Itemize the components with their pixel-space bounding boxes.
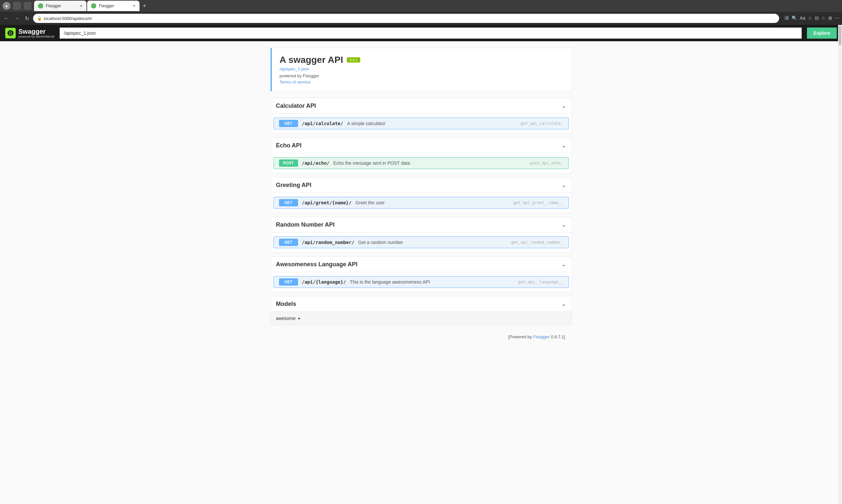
api-section-header-awesomeness[interactable]: Awesomeness Language API ⌄ <box>271 257 572 272</box>
endpoint-id-post_api_echo_: post_api_echo_ <box>530 161 563 165</box>
api-section-body-greeting: GET /api/greet/{name}/ Greet the user ge… <box>271 193 572 213</box>
api-section-header-random[interactable]: Random Number API ⌄ <box>271 217 572 233</box>
endpoint-desc-post_api_echo_: Echo the message sent in POST data <box>334 160 526 166</box>
endpoint-id-get_api_calculate_: get_api_calculate_ <box>520 121 563 126</box>
new-tab-button[interactable]: + <box>140 3 149 10</box>
method-badge-get_api_greet__name__: GET <box>279 199 298 206</box>
api-section-title-random: Random Number API <box>276 221 335 228</box>
chevron-icon-random: ⌄ <box>561 221 566 228</box>
swagger-logo-sub: powered by SMARTBEAR <box>18 35 54 38</box>
endpoint-desc-get_api_calculate_: A simple calculator <box>347 121 517 126</box>
tab-bar: ● Flasgger ✕ Flasgger ✕ + <box>0 0 842 12</box>
endpoint-row-get_api_random_number_[interactable]: GET /api/random_number/ Get a random num… <box>273 236 569 248</box>
api-section-title-echo: Echo API <box>276 142 302 149</box>
api-section-body-awesomeness: GET /api/{language}/ This is the languag… <box>271 272 572 292</box>
collections-icon[interactable]: ☆ <box>821 15 826 21</box>
models-body: awesome ► <box>271 312 572 325</box>
api-section-body-calculator: GET /api/calculate/ A simple calculator … <box>271 114 572 133</box>
back-button[interactable]: ← <box>3 14 11 23</box>
api-section-header-greeting[interactable]: Greeting API ⌄ <box>271 178 572 193</box>
footer-prefix: [Powered by <box>508 335 533 339</box>
api-section-header-echo[interactable]: Echo API ⌄ <box>271 138 572 153</box>
footer-suffix: 0.9.7.1] <box>550 335 565 339</box>
chevron-icon-greeting: ⌄ <box>561 181 566 188</box>
endpoint-row-get_api_calculate_[interactable]: GET /api/calculate/ A simple calculator … <box>273 118 569 129</box>
tab-icon <box>23 2 32 10</box>
api-sections-container: Calculator API ⌄ GET /api/calculate/ A s… <box>270 98 572 292</box>
tab-favicon-2 <box>91 3 96 8</box>
search-icon[interactable]: 🔍 <box>792 15 797 21</box>
address-bar-row: ← → ↻ 🔒 localhost:5000/apidocs/#/ 译 🔍 Aa… <box>0 12 842 25</box>
svg-text:{}: {} <box>9 31 12 35</box>
api-spec-link[interactable]: /apispec_1.json <box>280 67 563 71</box>
api-section-body-random: GET /api/random_number/ Get a random num… <box>271 233 572 252</box>
model-item-awesome[interactable]: awesome ► <box>276 316 566 321</box>
method-badge-get_api__language__: GET <box>279 278 298 286</box>
scroll-thumb[interactable] <box>839 25 841 45</box>
settings-icon[interactable]: ⋯ <box>835 15 839 21</box>
models-section-header[interactable]: Models ⌄ <box>271 296 572 312</box>
reload-button[interactable]: ↻ <box>23 14 31 23</box>
swagger-logo-text: Swagger <box>18 28 46 35</box>
endpoint-id-get_api_random_number_: get_api_random_number_ <box>511 240 563 245</box>
tab-label-2: Flasgger <box>99 4 114 8</box>
endpoint-row-post_api_echo_[interactable]: POST /api/echo/ Echo the message sent in… <box>273 157 569 169</box>
method-badge-get_api_random_number_: GET <box>279 239 298 246</box>
browser-toolbar-icons: 译 🔍 Aa ☆ ⊟ ☆ ⊞ ⋯ <box>784 15 839 21</box>
swagger-header: {} Swagger powered by SMARTBEAR Explore <box>0 25 842 41</box>
endpoint-path-get_api_calculate_: /api/calculate/ <box>302 121 343 126</box>
endpoint-row-get_api_greet__name__[interactable]: GET /api/greet/{name}/ Greet the user ge… <box>273 197 569 209</box>
models-section: Models ⌄ awesome ► <box>270 296 572 325</box>
api-title: A swagger API 0.0.1 <box>280 55 563 65</box>
endpoint-row-get_api__language__[interactable]: GET /api/{language}/ This is the languag… <box>273 276 569 288</box>
api-section-title-calculator: Calculator API <box>276 103 316 109</box>
swagger-logo: {} Swagger powered by SMARTBEAR <box>5 28 54 38</box>
endpoint-path-post_api_echo_: /api/echo/ <box>302 160 329 166</box>
models-chevron-icon: ⌄ <box>561 300 566 307</box>
translate-icon[interactable]: 译 <box>784 15 789 21</box>
api-section-echo: Echo API ⌄ POST /api/echo/ Echo the mess… <box>270 138 572 173</box>
endpoint-desc-get_api_random_number_: Get a random number <box>358 240 507 245</box>
swagger-logo-icon: {} <box>5 28 16 38</box>
profile-icon: ● <box>3 2 11 10</box>
chevron-icon-calculator: ⌄ <box>561 102 566 109</box>
address-bar[interactable]: 🔒 localhost:5000/apidocs/#/ <box>33 14 779 23</box>
api-section-awesomeness: Awesomeness Language API ⌄ GET /api/{lan… <box>270 256 572 292</box>
endpoint-id-get_api_greet__name__: get_api_greet__name__ <box>514 200 563 205</box>
split-icon[interactable]: ⊟ <box>815 15 819 21</box>
models-title: Models <box>276 301 297 307</box>
endpoint-id-get_api__language__: get_api__language__ <box>518 280 563 284</box>
extensions-icon[interactable]: ⊞ <box>828 15 832 21</box>
browser-chrome: ● Flasgger ✕ Flasgger ✕ + ← → ↻ 🔒 localh… <box>0 0 842 25</box>
swagger-explore-button[interactable]: Explore <box>807 28 837 39</box>
api-powered-by: powered by Flasgger <box>280 73 563 78</box>
endpoint-path-get_api_random_number_: /api/random_number/ <box>302 240 354 245</box>
api-section-calculator: Calculator API ⌄ GET /api/calculate/ A s… <box>270 98 572 133</box>
address-text: localhost:5000/apidocs/#/ <box>44 16 92 21</box>
models-items: awesome ► <box>276 316 566 321</box>
swagger-url-input[interactable] <box>59 28 802 39</box>
swagger-logo-text-block: Swagger powered by SMARTBEAR <box>18 28 54 38</box>
api-section-header-calculator[interactable]: Calculator API ⌄ <box>271 98 572 114</box>
browser-tab-1[interactable]: Flasgger ✕ <box>34 1 87 11</box>
swagger-footer: [Powered by Flasgger 0.9.7.1] <box>270 329 572 344</box>
tab-close-1[interactable]: ✕ <box>79 4 83 8</box>
read-icon[interactable]: Aa <box>800 15 805 21</box>
api-section-body-echo: POST /api/echo/ Echo the message sent in… <box>271 153 572 173</box>
favorite-icon[interactable]: ☆ <box>808 15 812 21</box>
footer-link[interactable]: Flasgger <box>533 335 550 339</box>
api-section-random: Random Number API ⌄ GET /api/random_numb… <box>270 217 572 252</box>
window-icon <box>13 2 21 10</box>
tab-close-2[interactable]: ✕ <box>133 4 136 8</box>
chevron-icon-echo: ⌄ <box>561 142 566 149</box>
browser-tab-2[interactable]: Flasgger ✕ <box>87 1 140 11</box>
endpoint-path-get_api_greet__name__: /api/greet/{name}/ <box>302 200 352 205</box>
api-section-greeting: Greeting API ⌄ GET /api/greet/{name}/ Gr… <box>270 177 572 213</box>
scroll-track[interactable] <box>838 25 842 504</box>
tab-label-1: Flasgger <box>46 4 61 8</box>
api-section-title-greeting: Greeting API <box>276 182 311 188</box>
swagger-main-content: A swagger API 0.0.1 /apispec_1.json powe… <box>264 41 578 351</box>
api-terms-link[interactable]: Terms of service <box>280 79 563 85</box>
method-badge-get_api_calculate_: GET <box>279 120 298 127</box>
forward-button[interactable]: → <box>13 14 21 23</box>
